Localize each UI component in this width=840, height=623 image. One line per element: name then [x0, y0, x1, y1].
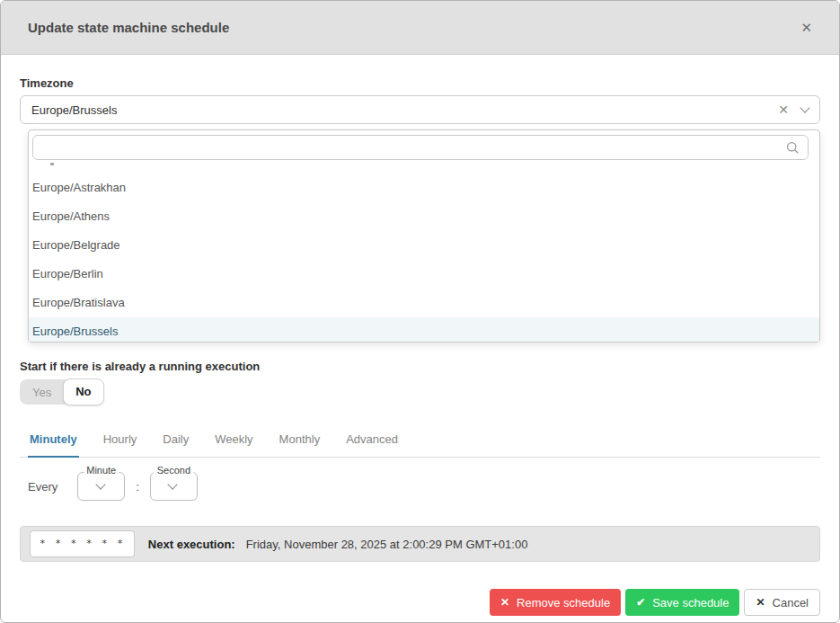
- option-europe-berlin[interactable]: Europe/Berlin: [29, 260, 819, 289]
- schedule-tabs: Minutely Hourly Daily Weekly Monthly Adv…: [20, 427, 820, 458]
- running-execution-label: Start if there is already a running exec…: [20, 360, 820, 373]
- timezone-label: Timezone: [20, 76, 820, 90]
- time-separator: :: [136, 480, 139, 494]
- option-europe-brussels[interactable]: Europe/Brussels: [29, 317, 819, 343]
- dialog-body: Timezone Europe/Brussels ✕ Europe/Astrak…: [1, 76, 839, 616]
- search-input[interactable]: [33, 136, 808, 159]
- x-icon: ✕: [500, 597, 509, 608]
- next-execution-value: Friday, November 28, 2025 at 2:00:29 PM …: [246, 538, 528, 551]
- cancel-button[interactable]: ✕ Cancel: [744, 589, 820, 616]
- second-select-label: Second: [155, 465, 193, 476]
- tab-hourly[interactable]: Hourly: [102, 427, 139, 457]
- chevron-down-icon: [168, 479, 178, 489]
- timezone-search: [32, 135, 809, 160]
- running-execution-toggle: Yes No: [20, 379, 103, 405]
- chevron-down-icon[interactable]: [800, 102, 809, 112]
- schedule-summary-bar: * * * * * * Next execution: Friday, Nove…: [20, 526, 820, 562]
- tab-advanced[interactable]: Advanced: [344, 427, 400, 457]
- dialog-header: Update state machine schedule ✕: [1, 1, 839, 55]
- toggle-no-button[interactable]: No: [63, 378, 103, 405]
- dialog-title: Update state machine schedule: [28, 20, 229, 35]
- tab-weekly[interactable]: Weekly: [213, 427, 254, 457]
- option-europe-bratislava[interactable]: Europe/Bratislava: [29, 289, 819, 317]
- every-label: Every: [28, 480, 57, 494]
- remove-schedule-button[interactable]: ✕ Remove schedule: [490, 589, 621, 616]
- cancel-label: Cancel: [773, 596, 809, 610]
- option-europe-belgrade[interactable]: Europe/Belgrade: [29, 231, 819, 260]
- clear-icon[interactable]: ✕: [778, 102, 789, 117]
- update-schedule-dialog: Update state machine schedule ✕ Timezone…: [0, 0, 840, 623]
- timezone-dropdown: Europe/Astrakhan Europe/Athens Europe/Be…: [28, 129, 820, 343]
- option-europe-astrakhan[interactable]: Europe/Astrakhan: [29, 174, 819, 202]
- minute-select-label: Minute: [84, 465, 119, 476]
- tab-monthly[interactable]: Monthly: [278, 427, 323, 457]
- second-select[interactable]: Second: [150, 472, 198, 501]
- option-europe-athens[interactable]: Europe/Athens: [29, 202, 819, 231]
- timezone-selected-value: Europe/Brussels: [31, 103, 117, 117]
- check-icon: ✔: [636, 597, 645, 608]
- x-icon: ✕: [756, 597, 765, 608]
- search-icon: [786, 141, 800, 155]
- tab-daily[interactable]: Daily: [161, 427, 190, 457]
- save-schedule-label: Save schedule: [652, 596, 729, 610]
- clipped-option-hint: [50, 163, 54, 165]
- timezone-select[interactable]: Europe/Brussels ✕: [20, 95, 820, 124]
- cron-expression: * * * * * *: [30, 530, 135, 557]
- timezone-options-list: Europe/Astrakhan Europe/Athens Europe/Be…: [29, 174, 819, 343]
- tab-minutely[interactable]: Minutely: [28, 427, 79, 458]
- dialog-footer: ✕ Remove schedule ✔ Save schedule ✕ Canc…: [20, 589, 820, 616]
- next-execution-label: Next execution:: [148, 538, 235, 551]
- close-icon[interactable]: ✕: [800, 21, 812, 34]
- minutely-panel: Every Minute : Second: [20, 472, 820, 501]
- minute-select[interactable]: Minute: [77, 472, 125, 501]
- save-schedule-button[interactable]: ✔ Save schedule: [625, 589, 739, 616]
- remove-schedule-label: Remove schedule: [517, 596, 610, 610]
- toggle-yes-button[interactable]: Yes: [20, 386, 64, 399]
- chevron-down-icon: [95, 479, 105, 489]
